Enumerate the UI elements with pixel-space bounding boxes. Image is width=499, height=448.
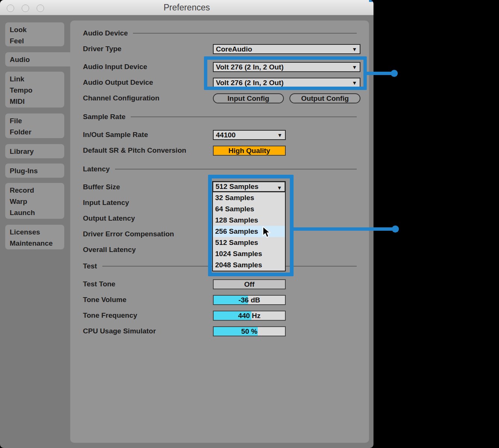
input-config-button[interactable]: Input Config [213, 93, 284, 103]
annotation-dot-buffer-size [392, 225, 399, 233]
tone-volume-slider[interactable]: -36 dB [213, 295, 286, 305]
cpu-usage-simulator-label: CPU Usage Simulator [83, 327, 156, 336]
section-header-audio-device: Audio Device [83, 29, 357, 38]
sidebar-item-file-folder[interactable]: File Folder [5, 113, 64, 138]
tone-volume-label: Tone Volume [83, 295, 126, 304]
audio-output-device-label: Audio Output Device [83, 78, 153, 87]
annotation-dot-audio-devices [391, 70, 398, 77]
screen: Preferences Look Feel Audio Link Tempo M… [0, 0, 499, 448]
sidebar-item-licenses-maintenance[interactable]: Licenses Maintenance [5, 225, 64, 249]
driver-error-compensation-label: Driver Error Compensation [83, 230, 174, 239]
tone-frequency-slider[interactable]: 440 Hz [213, 311, 286, 321]
annotation-box-buffer-size [208, 175, 294, 276]
section-rule [115, 169, 357, 169]
buffer-size-label: Buffer Size [83, 183, 120, 192]
sidebar-item-link-tempo-midi[interactable]: Link Tempo MIDI [5, 72, 64, 108]
tone-frequency-label: Tone Frequency [83, 311, 137, 320]
section-header-sample-rate: Sample Rate [83, 112, 357, 121]
sample-rate-dropdown[interactable]: 44100 ▼ [213, 130, 286, 140]
channel-configuration-label: Channel Configuration [83, 94, 159, 103]
sidebar-item-library[interactable]: Library [5, 144, 64, 158]
tab-notch-top [64, 47, 70, 52]
driver-type-dropdown[interactable]: CoreAudio ▼ [213, 44, 360, 54]
tab-notch-bottom [64, 66, 70, 71]
audio-input-device-label: Audio Input Device [83, 62, 147, 71]
annotation-box-audio-devices [204, 56, 367, 90]
section-rule [131, 116, 357, 117]
sr-pitch-conversion-label: Default SR & Pitch Conversion [83, 146, 186, 155]
high-quality-toggle[interactable]: High Quality [213, 146, 286, 156]
mouse-cursor-icon [262, 226, 272, 238]
driver-type-label: Driver Type [83, 44, 121, 53]
output-latency-label: Output Latency [83, 214, 135, 223]
dropdown-arrow-icon: ▼ [352, 45, 357, 54]
section-header-latency: Latency [83, 165, 357, 174]
annotation-line-buffer-size [291, 227, 393, 231]
sidebar-item-record-warp-launch[interactable]: Record Warp Launch [5, 183, 64, 219]
test-tone-label: Test Tone [83, 280, 115, 289]
dropdown-arrow-icon: ▼ [277, 131, 282, 140]
cpu-usage-simulator-slider[interactable]: 50 % [213, 326, 286, 336]
annotation-line-audio-devices [364, 72, 392, 75]
sample-rate-label: In/Out Sample Rate [83, 130, 148, 139]
overall-latency-label: Overall Latency [83, 245, 136, 254]
title-bar: Preferences [0, 0, 374, 15]
sidebar-item-audio[interactable]: Audio [5, 52, 71, 66]
sidebar-item-look-feel[interactable]: Look Feel [5, 22, 64, 46]
section-rule [133, 33, 357, 34]
test-tone-toggle[interactable]: Off [213, 279, 286, 289]
annotation-corner-sliver [369, 0, 374, 2]
output-config-button[interactable]: Output Config [289, 93, 360, 103]
window-title: Preferences [0, 0, 374, 15]
sidebar-item-plug-ins[interactable]: Plug-Ins [5, 164, 64, 178]
input-latency-label: Input Latency [83, 198, 129, 207]
